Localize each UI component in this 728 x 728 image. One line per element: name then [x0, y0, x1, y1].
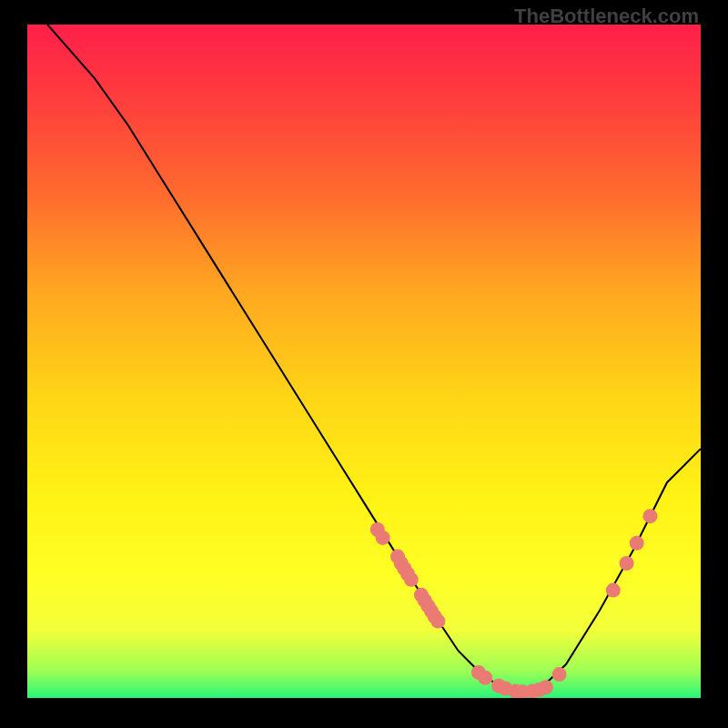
chart-plot-area: [27, 25, 701, 698]
data-point: [397, 561, 411, 576]
data-point: [531, 682, 546, 697]
data-point: [630, 536, 644, 551]
data-point: [478, 671, 492, 685]
data-point: [643, 509, 658, 523]
data-point: [400, 567, 415, 581]
data-point: [539, 680, 553, 694]
data-points: [370, 509, 658, 698]
data-point: [620, 556, 634, 571]
data-point: [430, 614, 445, 629]
data-point: [471, 665, 486, 680]
data-point: [498, 682, 512, 696]
data-point: [394, 556, 409, 571]
data-point: [404, 572, 419, 587]
data-point: [424, 604, 439, 619]
data-point: [509, 684, 523, 698]
data-point: [525, 684, 540, 698]
data-point: [370, 522, 385, 537]
data-point: [420, 599, 435, 613]
chart-svg: [27, 25, 701, 698]
data-point: [376, 531, 390, 545]
data-point: [606, 583, 621, 598]
data-point: [491, 679, 506, 693]
curve-line: [47, 25, 701, 693]
data-point: [418, 593, 432, 608]
data-point: [428, 610, 442, 624]
data-point: [390, 550, 405, 564]
data-point: [414, 588, 429, 602]
data-point: [552, 667, 567, 682]
data-point: [515, 684, 530, 698]
